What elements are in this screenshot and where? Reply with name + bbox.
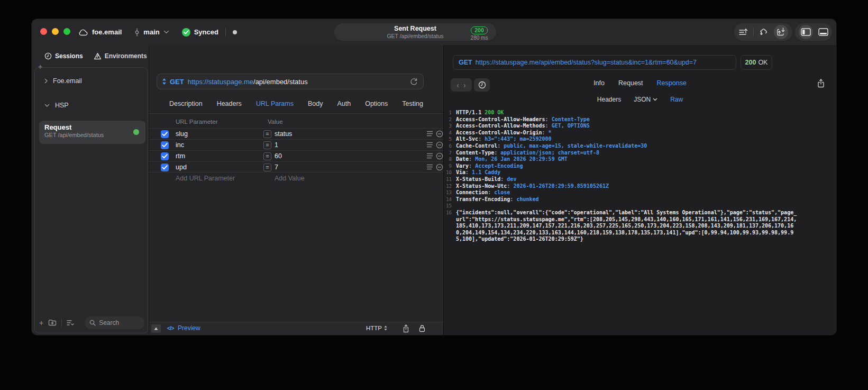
tree-item-label: Foe.email bbox=[53, 77, 82, 85]
url-path[interactable]: /api/embed/status bbox=[253, 78, 308, 86]
unsaved-dot bbox=[233, 30, 237, 34]
share-icon[interactable] bbox=[403, 324, 409, 333]
add-url-parameter[interactable]: Add URL Parameter bbox=[176, 175, 235, 182]
add-param-row[interactable]: Add URL Parameter Add Value bbox=[149, 173, 443, 184]
lock-icon[interactable] bbox=[419, 324, 425, 332]
remove-row-icon[interactable] bbox=[436, 130, 443, 139]
request-tab-body[interactable]: Body bbox=[308, 100, 323, 113]
tree-item-hsp[interactable]: HSP bbox=[44, 102, 69, 109]
request-tab-description[interactable]: Description bbox=[169, 100, 203, 113]
chevron-down-icon[interactable] bbox=[163, 30, 169, 34]
request-list-item[interactable]: Request GET /api/embed/status bbox=[39, 121, 145, 144]
code-line: 13Connection: close bbox=[444, 189, 833, 196]
request-tab-url-params[interactable]: URL Params bbox=[256, 100, 294, 113]
param-checkbox[interactable] bbox=[161, 130, 169, 138]
url-host[interactable]: https://statuspage.me bbox=[188, 78, 253, 86]
header-line: Alt-Svc: h3=":443"; ma=2592000 bbox=[456, 136, 552, 143]
collapse-panel-button[interactable] bbox=[151, 324, 161, 333]
remove-row-icon[interactable] bbox=[436, 152, 443, 161]
request-tab-auth[interactable]: Auth bbox=[337, 100, 351, 113]
duration-label: 280 ms bbox=[468, 35, 491, 41]
flow-hooks-icon[interactable] bbox=[759, 28, 769, 36]
branch-name[interactable]: main bbox=[143, 28, 159, 36]
toggle-sidebar-icon[interactable] bbox=[799, 25, 813, 39]
code-line: 1HTTP/1.1 200 OK bbox=[444, 110, 833, 116]
method-label[interactable]: GET bbox=[170, 78, 184, 86]
protocol-selector[interactable]: HTTP bbox=[366, 325, 387, 331]
sort-filter-icon[interactable] bbox=[67, 320, 75, 326]
import-request-icon[interactable] bbox=[774, 25, 788, 39]
request-tab-testing[interactable]: Testing bbox=[402, 100, 423, 113]
request-tab-headers[interactable]: Headers bbox=[217, 100, 242, 113]
chevron-down-icon bbox=[653, 98, 657, 101]
tree-item-foe-email[interactable]: Foe.email bbox=[44, 77, 82, 85]
code-line: 9Vary: Accept-Encoding bbox=[444, 163, 833, 170]
url-bar[interactable]: GET https://statuspage.me/api/embed/stat… bbox=[157, 74, 424, 89]
row-drag-icon[interactable] bbox=[426, 164, 433, 171]
response-subtab-headers[interactable]: Headers bbox=[597, 96, 621, 103]
header-line: Access-Control-Allow-Origin: * bbox=[456, 130, 552, 137]
toggle-bottom-panel-icon[interactable] bbox=[818, 28, 828, 36]
code-line: 14Transfer-Encoding: chunked bbox=[444, 196, 833, 203]
param-row: slug=status bbox=[149, 128, 443, 139]
sort-export-icon[interactable] bbox=[739, 28, 748, 36]
row-drag-icon[interactable] bbox=[426, 131, 433, 138]
preview-button[interactable]: </> Preview bbox=[167, 324, 200, 332]
remove-row-icon[interactable] bbox=[436, 164, 443, 173]
refresh-icon[interactable] bbox=[410, 78, 418, 86]
response-subtabs: HeadersJSONRaw bbox=[444, 96, 836, 103]
tab-environments[interactable]: Environments bbox=[94, 52, 147, 60]
row-drag-icon[interactable] bbox=[426, 142, 433, 149]
header-line: Cache-Control: public, max-age=15, stale… bbox=[456, 143, 647, 150]
export-response-icon[interactable] bbox=[817, 79, 825, 88]
header-line: Via: 1.1 Caddy bbox=[456, 169, 500, 176]
line-number: 15 bbox=[444, 203, 452, 210]
response-subtab-json[interactable]: JSON bbox=[634, 96, 657, 103]
sent-url: https://statuspage.me/api/embed/status?s… bbox=[476, 59, 697, 66]
response-tab-response[interactable]: Response bbox=[657, 79, 687, 87]
param-name-field[interactable]: slug bbox=[176, 130, 188, 138]
request-summary-pill[interactable]: Sent Request GET /api/embed/status 200 2… bbox=[334, 23, 496, 41]
response-subtab-raw[interactable]: Raw bbox=[670, 96, 683, 103]
tabs-divider bbox=[149, 113, 443, 114]
param-value-field[interactable]: 60 bbox=[275, 152, 282, 160]
param-checkbox[interactable] bbox=[161, 164, 169, 171]
sent-request-url[interactable]: GET https://statuspage.me/api/embed/stat… bbox=[453, 55, 736, 70]
remove-row-icon[interactable] bbox=[436, 141, 443, 150]
param-checkbox[interactable] bbox=[161, 152, 169, 160]
request-tabs: DescriptionHeadersURL ParamsBodyAuthOpti… bbox=[149, 100, 443, 113]
new-folder-icon[interactable] bbox=[48, 319, 57, 326]
response-status-box: 200 OK bbox=[741, 55, 772, 70]
code-line: 8Date: Mon, 26 Jan 2026 20:29:59 GMT bbox=[444, 156, 833, 163]
sync-status[interactable]: Synced bbox=[194, 28, 218, 36]
add-value[interactable]: Add Value bbox=[275, 175, 305, 182]
param-name-field[interactable]: upd bbox=[176, 164, 187, 171]
param-name-field[interactable]: inc bbox=[176, 141, 184, 149]
request-tab-options[interactable]: Options bbox=[365, 100, 388, 113]
tab-sessions[interactable]: Sessions bbox=[44, 52, 83, 60]
code-line: 11X-Status-Build: dev bbox=[444, 176, 833, 183]
line-number: 3 bbox=[444, 123, 452, 130]
param-value-field[interactable]: status bbox=[275, 130, 292, 138]
param-row: inc=1 bbox=[149, 139, 443, 150]
search-input[interactable]: Search bbox=[85, 316, 144, 329]
param-value-field[interactable]: 1 bbox=[275, 141, 278, 149]
toolbar-group-right bbox=[795, 23, 832, 41]
header-line: Vary: Accept-Encoding bbox=[456, 163, 523, 170]
project-name[interactable]: foe.email bbox=[92, 28, 122, 36]
method-stepper-icon[interactable] bbox=[162, 78, 166, 85]
zoom-window-button[interactable] bbox=[63, 28, 70, 35]
response-tab-info[interactable]: Info bbox=[593, 79, 605, 87]
param-value-field[interactable]: 7 bbox=[275, 164, 278, 171]
request-footer: </> Preview HTTP bbox=[149, 322, 443, 335]
equals-icon: = bbox=[263, 141, 271, 149]
equals-icon: = bbox=[263, 152, 271, 160]
add-request-button[interactable]: + bbox=[39, 319, 43, 327]
close-window-button[interactable] bbox=[40, 28, 47, 35]
row-drag-icon[interactable] bbox=[426, 153, 433, 160]
minimize-window-button[interactable] bbox=[52, 28, 59, 35]
response-tab-request[interactable]: Request bbox=[618, 79, 643, 87]
param-checkbox[interactable] bbox=[161, 141, 169, 149]
param-name-field[interactable]: rtm bbox=[176, 152, 185, 160]
equals-icon: = bbox=[263, 164, 271, 171]
